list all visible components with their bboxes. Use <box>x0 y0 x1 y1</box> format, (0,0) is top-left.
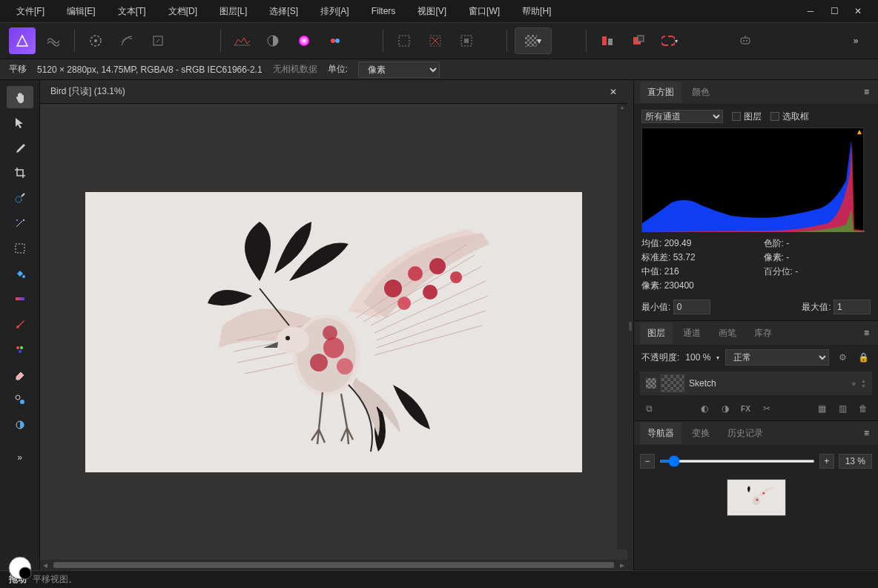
canvas-viewport[interactable]: ▴ <box>40 104 627 560</box>
menu-select[interactable]: 选择[S] <box>259 1 308 22</box>
menu-arrange[interactable]: 排列[A] <box>310 1 360 22</box>
curves-icon[interactable] <box>113 27 140 54</box>
selection-all-icon[interactable] <box>391 27 417 54</box>
crop-tool[interactable] <box>7 162 33 184</box>
svg-point-26 <box>20 346 23 349</box>
histogram-channel-select[interactable]: 所有通道 <box>641 110 723 123</box>
color-swatch[interactable] <box>7 555 33 570</box>
contrast-adjust-icon[interactable] <box>260 27 286 54</box>
add-mask-icon[interactable]: ◐ <box>697 401 712 416</box>
panel-menu-icon[interactable]: ≡ <box>861 84 872 100</box>
units-label: 单位: <box>328 63 348 76</box>
tab-layers[interactable]: 图层 <box>640 323 673 344</box>
document-close[interactable]: ✕ <box>610 87 617 97</box>
selection-deselect-icon[interactable] <box>422 27 449 54</box>
svg-point-6 <box>331 39 335 43</box>
menu-filters[interactable]: Filters <box>361 1 406 21</box>
gradient-tool[interactable] <box>7 288 33 310</box>
window-minimize[interactable]: ─ <box>805 6 816 16</box>
navigator-preview[interactable] <box>727 479 786 516</box>
dodge-burn-tool[interactable] <box>7 414 33 436</box>
menu-edit[interactable]: 编辑[E] <box>56 1 106 22</box>
opacity-value[interactable]: 100 % <box>685 352 710 363</box>
menu-text[interactable]: 文本[T] <box>108 1 156 22</box>
window-maximize[interactable]: ☐ <box>829 6 839 16</box>
layer-name[interactable]: Sketch <box>689 378 716 389</box>
blend-mode-select[interactable]: 正常 <box>725 349 829 366</box>
layer-group-icon[interactable]: ⧉ <box>641 401 656 416</box>
selection-invert-icon[interactable] <box>453 27 480 54</box>
paint-brush-tool[interactable] <box>7 313 33 335</box>
layer-settings-icon[interactable]: ⚙ <box>835 350 850 365</box>
alignment-icon[interactable] <box>594 27 621 54</box>
menu-file[interactable]: 文件[F] <box>6 1 55 22</box>
document-title[interactable]: Bird [只读] (13.1%) <box>50 85 125 98</box>
tab-color[interactable]: 颜色 <box>684 82 717 103</box>
liquify-persona-icon[interactable] <box>40 27 67 54</box>
selection-brush-tool[interactable] <box>7 187 33 209</box>
layer-row[interactable]: Sketch ● ▲▼ <box>640 371 872 395</box>
layers-panel-menu-icon[interactable]: ≡ <box>861 325 872 341</box>
magic-wand-tool[interactable] <box>7 212 33 234</box>
histogram-layer-checkbox[interactable]: 图层 <box>732 110 762 123</box>
move-tool[interactable] <box>7 111 33 133</box>
white-balance-icon[interactable] <box>322 27 349 54</box>
zoom-slider[interactable] <box>659 460 815 463</box>
add-pixel-layer-icon[interactable]: ▥ <box>835 401 850 416</box>
arrange-icon[interactable] <box>625 27 652 54</box>
layer-visibility-icon[interactable] <box>646 378 656 389</box>
erase-tool[interactable] <box>7 363 33 386</box>
layer-lock-icon[interactable]: 🔒 <box>856 350 871 365</box>
svg-point-41 <box>323 337 344 358</box>
hand-tool[interactable] <box>7 86 33 108</box>
tab-stock[interactable]: 库存 <box>747 323 779 344</box>
add-adjustment-icon[interactable]: ◑ <box>718 401 733 416</box>
flood-fill-tool[interactable] <box>7 262 33 285</box>
menu-window[interactable]: 窗口[W] <box>458 1 510 22</box>
panel-collapse-handle[interactable]: ‖ <box>627 80 633 570</box>
add-layer-icon[interactable]: ▦ <box>814 401 829 416</box>
tab-histogram[interactable]: 直方图 <box>640 82 681 103</box>
resize-icon[interactable] <box>145 27 171 54</box>
tab-brushes[interactable]: 画笔 <box>711 323 744 344</box>
hist-min-input[interactable] <box>673 300 710 314</box>
menu-document[interactable]: 文档[D] <box>158 1 208 22</box>
hist-max-input[interactable] <box>834 300 871 314</box>
color-wheel-icon[interactable] <box>82 27 109 54</box>
menu-layer[interactable]: 图层[L] <box>209 1 257 22</box>
scrollbar-horizontal[interactable]: ◂ ▸ <box>40 560 627 570</box>
tab-channels[interactable]: 通道 <box>676 323 708 344</box>
units-select[interactable]: 像素 <box>358 62 440 78</box>
toolbar-overflow-icon[interactable]: » <box>842 27 869 54</box>
layer-reorder[interactable]: ▲▼ <box>861 378 866 389</box>
scrollbar-vertical[interactable]: ▴ <box>617 104 627 549</box>
clone-tool[interactable] <box>7 389 33 411</box>
menu-view[interactable]: 视图[V] <box>407 1 457 22</box>
snapping-toggle-icon[interactable]: ▾ <box>656 27 683 54</box>
crop-layer-icon[interactable]: ✂ <box>759 401 774 416</box>
window-close[interactable]: ✕ <box>853 6 863 16</box>
assistant-icon[interactable] <box>732 27 759 54</box>
delete-layer-icon[interactable]: 🗑 <box>856 401 871 416</box>
tab-history[interactable]: 历史记录 <box>720 423 770 444</box>
zoom-out-button[interactable]: − <box>640 454 655 469</box>
zoom-value[interactable]: 13 % <box>839 454 872 469</box>
histogram-selection-checkbox[interactable]: 选取框 <box>770 110 809 123</box>
color-picker-tool[interactable] <box>7 136 33 159</box>
tab-navigator[interactable]: 导航器 <box>640 423 681 444</box>
quick-mask-dropdown[interactable]: ▾ <box>515 27 552 54</box>
zoom-in-button[interactable]: + <box>819 454 834 469</box>
camera-data: 无相机数据 <box>273 63 317 76</box>
context-toolbar: 平移 5120 × 2880px, 14.75MP, RGBA/8 - sRGB… <box>0 59 878 80</box>
tools-overflow[interactable]: » <box>7 446 33 469</box>
hsl-adjust-icon[interactable] <box>291 27 317 54</box>
menu-help[interactable]: 帮助[H] <box>512 1 561 22</box>
levels-adjust-icon[interactable] <box>228 27 255 54</box>
app-logo-icon[interactable] <box>9 27 36 54</box>
marquee-tool[interactable] <box>7 237 33 260</box>
navigator-panel-menu-icon[interactable]: ≡ <box>861 425 872 441</box>
canvas[interactable] <box>85 192 582 472</box>
add-fx-icon[interactable]: FX <box>739 401 753 416</box>
tab-transform[interactable]: 变换 <box>684 423 717 444</box>
paint-mixer-tool[interactable] <box>7 338 33 360</box>
